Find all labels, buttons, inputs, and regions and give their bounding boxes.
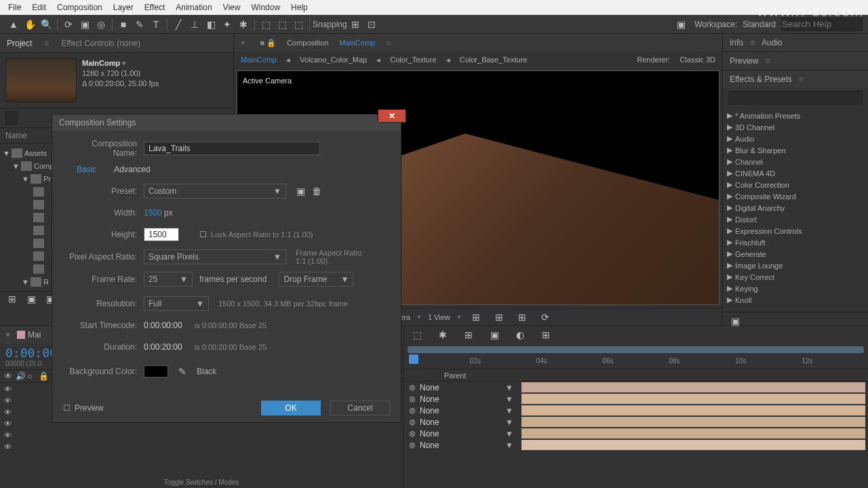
vp-icon3[interactable]: ⊞ (515, 310, 530, 325)
roto-tool-icon[interactable]: ✦ (220, 17, 235, 32)
new-folder-icon[interactable]: ▣ (24, 291, 39, 306)
menu-composition[interactable]: Composition (52, 3, 108, 12)
parent-link-icon[interactable]: ⊚ (409, 394, 416, 404)
parent-select[interactable]: None (420, 383, 501, 392)
crumb-1[interactable]: MainComp (241, 56, 277, 64)
preset-item[interactable]: ▶Expression Controls (723, 225, 868, 237)
eye-icon[interactable]: 👁 (4, 420, 12, 428)
rect-tool-icon[interactable]: ■ (116, 17, 131, 32)
comp-thumbnail[interactable] (5, 58, 77, 102)
view-select[interactable]: 1 View (428, 313, 450, 321)
pan-behind-tool-icon[interactable]: ◎ (94, 17, 108, 32)
preset-item[interactable]: ▶Audio (723, 133, 868, 144)
menu-effect[interactable]: Effect (139, 3, 170, 12)
crumb-3[interactable]: Color_Texture (390, 56, 436, 64)
toggle-switches[interactable]: Toggle Switches / Modes (0, 476, 403, 488)
clone-tool-icon[interactable]: ⊥ (187, 17, 202, 32)
preset-item[interactable]: ▶Frischluft (723, 237, 868, 248)
puppet-tool-icon[interactable]: ✱ (236, 17, 251, 32)
layer-bar[interactable] (521, 405, 865, 415)
current-timecode[interactable]: 0:00:00 (5, 346, 57, 360)
preset-item[interactable]: ▶Digital Anarchy (723, 202, 868, 214)
vp-icon[interactable]: ⊞ (469, 310, 484, 325)
tab-project[interactable]: Project (7, 39, 32, 48)
tl-graph-icon[interactable]: ⊞ (461, 327, 476, 342)
track-row[interactable]: ⊚None▼ (403, 416, 868, 428)
layer-bar[interactable] (521, 440, 865, 450)
preset-item[interactable]: ▶Blur & Sharpen (723, 144, 868, 156)
axis-local-icon[interactable]: ⬚ (258, 17, 273, 32)
eyedropper-icon[interactable]: ✎ (175, 364, 190, 379)
selection-tool-icon[interactable]: ▲ (6, 17, 21, 32)
parent-link-icon[interactable]: ⊚ (409, 429, 416, 439)
eraser-tool-icon[interactable]: ◧ (203, 17, 218, 32)
track-row[interactable]: ⊚None▼ (403, 393, 868, 405)
tl-search-icon[interactable]: ✱ (435, 327, 450, 342)
sync-icon[interactable]: ▣ (673, 17, 688, 32)
layer-bar[interactable] (521, 417, 865, 427)
cancel-button[interactable]: Cancel (330, 401, 390, 415)
fps-select[interactable]: 25▼ (144, 272, 193, 287)
stc-value[interactable]: 0:00:00:00 (144, 321, 182, 330)
eye-icon[interactable]: 👁 (4, 385, 12, 393)
menu-layer[interactable]: Layer (108, 3, 139, 12)
track-row[interactable]: ⊚None▼ (403, 405, 868, 416)
time-ruler[interactable]: 02s 04s 06s 08s 10s 12s (403, 344, 868, 369)
track-row[interactable]: ⊚None▼ (403, 439, 868, 451)
layer-bar[interactable] (521, 394, 865, 404)
vp-icon4[interactable]: ⟳ (538, 310, 553, 325)
vp-icon2[interactable]: ⊞ (492, 310, 507, 325)
tl-icon[interactable]: ⬚ (410, 327, 425, 342)
axis-world-icon[interactable]: ⬚ (275, 17, 290, 32)
preset-item[interactable]: ▶CINEMA 4D (723, 167, 868, 179)
tl-draft-icon[interactable]: ▣ (487, 327, 502, 342)
layer-bar[interactable] (521, 382, 865, 392)
interpret-icon[interactable]: ⊞ (5, 291, 20, 306)
lock-column-icon[interactable]: 🔒 (39, 371, 48, 381)
tab-advanced[interactable]: Advanced (114, 165, 150, 174)
width-value[interactable]: 1500 (144, 208, 162, 218)
brush-tool-icon[interactable]: ╱ (171, 17, 186, 32)
close-tl-tab[interactable]: × (5, 330, 10, 340)
ok-button[interactable]: OK (261, 401, 321, 415)
camera-tool-icon[interactable]: ▣ (77, 17, 92, 32)
preset-item[interactable]: ▶* Animation Presets (723, 110, 868, 121)
timeline-tab[interactable]: Mai (28, 330, 41, 340)
preview-checkbox[interactable]: ☐ (63, 403, 71, 413)
eye-icon[interactable]: 👁 (4, 396, 12, 405)
menu-edit[interactable]: Edit (26, 3, 52, 12)
crumb-2[interactable]: Volcano_Color_Map (300, 56, 367, 64)
layer-row[interactable]: 👁 (0, 429, 403, 441)
comp-tab-name[interactable]: MainComp (339, 39, 375, 47)
parent-link-icon[interactable]: ⊚ (409, 406, 416, 415)
close-button[interactable]: ✕ (378, 109, 406, 123)
par-select[interactable]: Square Pixels▼ (144, 249, 286, 264)
solo-column-icon[interactable]: ○ (27, 371, 37, 381)
preset-item[interactable]: ▶3D Channel (723, 121, 868, 133)
menu-view[interactable]: View (218, 3, 246, 12)
preset-item[interactable]: ▶Knoll (723, 294, 868, 306)
tab-info[interactable]: Info (730, 38, 743, 47)
preset-item[interactable]: ▶Composite Wizard (723, 190, 868, 202)
renderer-value[interactable]: Classic 3D (679, 56, 715, 64)
pen-tool-icon[interactable]: ✎ (132, 17, 147, 32)
tab-effect-controls[interactable]: Effect Controls (none) (61, 39, 140, 48)
parent-select[interactable]: None (420, 429, 501, 439)
parent-select[interactable]: None (420, 394, 501, 404)
eye-column-icon[interactable]: 👁 (4, 371, 14, 381)
menu-file[interactable]: File (3, 3, 26, 12)
preset-item[interactable]: ▶Distort (723, 214, 868, 225)
lock-icon[interactable]: ■ 🔒 (260, 39, 276, 47)
track-row[interactable]: ⊚None▼ (403, 382, 868, 393)
lock-aspect-checkbox[interactable]: ☐ (199, 230, 207, 239)
parent-select[interactable]: None (420, 418, 501, 427)
tab-basic[interactable]: Basic (77, 165, 96, 174)
parent-link-icon[interactable]: ⊚ (409, 383, 416, 392)
hand-tool-icon[interactable]: ✋ (22, 17, 37, 32)
axis-view-icon[interactable]: ⬚ (291, 17, 306, 32)
tl-mb-icon[interactable]: ◐ (513, 327, 528, 342)
track-row[interactable]: ⊚None▼ (403, 428, 868, 439)
dropframe-select[interactable]: Drop Frame▼ (279, 272, 353, 287)
tab-audio[interactable]: Audio (762, 38, 783, 47)
project-search[interactable] (5, 111, 18, 125)
